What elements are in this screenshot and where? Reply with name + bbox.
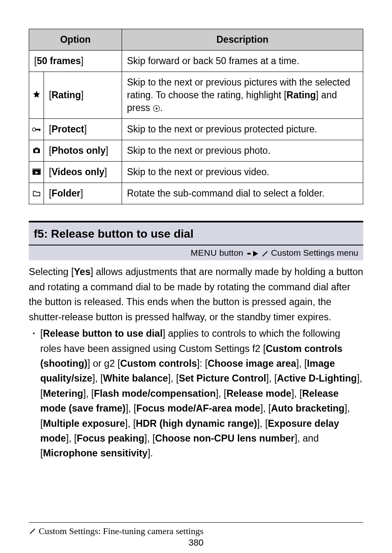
opt-photos: [Photos only] [44,140,122,162]
section-header: f5: Release button to use dial [29,221,363,245]
video-icon [29,162,44,183]
opt-rating: [Rating] [44,72,122,119]
svg-rect-9 [36,169,37,170]
page-number: 380 [0,537,392,548]
svg-rect-10 [37,169,38,170]
desc-50frames: Skip forward or back 50 frames at a time… [122,51,363,72]
table-row: [[50 frames]50 frames] Skip forward or b… [29,51,363,72]
svg-rect-3 [39,129,40,132]
table-row: [Protect] Skip to the next or previous p… [29,119,363,140]
pencil-icon [29,528,36,535]
arrow-right-icon [253,251,258,257]
th-option: Option [29,29,122,51]
folder-icon [29,183,44,204]
svg-rect-11 [39,169,40,170]
menu-label: MENU [191,248,217,257]
table-row: [Rating] Skip to the next or previous pi… [29,72,363,119]
section-heading: f5: Release button to use dial [34,227,358,241]
star-icon [29,72,44,119]
table-row: [Videos only] Skip to the next or previo… [29,162,363,183]
svg-point-1 [32,128,35,131]
pencil-icon [261,250,269,257]
svg-point-4 [35,150,38,153]
opt-videos: [Videos only] [44,162,122,183]
opt-50frames: [[50 frames]50 frames] [29,51,122,72]
footer-text: Custom Settings: Fine-tuning camera sett… [39,526,203,536]
svg-rect-8 [35,169,35,170]
desc-protect: Skip to the next or previous protected p… [122,119,363,140]
opt-protect: [Protect] [44,119,122,140]
table-row: [Folder] Rotate the sub-command dial to … [29,183,363,204]
table-row: [Photos only] Skip to the next or previo… [29,140,363,162]
options-table: Option Description [[50 frames]50 frames… [29,29,363,204]
body-paragraph: Selecting [Yes] allows adjustments that … [29,264,363,324]
section-subheader: MENU button Custom Settings menu [29,245,363,260]
desc-videos: Skip to the next or previous video. [122,162,363,183]
desc-folder: Rotate the sub-command dial to select a … [122,183,363,204]
list-item: [Release button to use dial] applies to … [29,326,363,461]
opt-folder: [Folder] [44,183,122,204]
multi-selector-right-icon [153,105,160,112]
page-footer: Custom Settings: Fine-tuning camera sett… [29,522,363,537]
svg-rect-7 [33,169,34,170]
key-icon [29,119,44,140]
desc-rating: Skip to the next or previous pictures wi… [122,72,363,119]
camera-icon [29,140,44,162]
desc-photos: Skip to the next or previous photo. [122,140,363,162]
th-description: Description [122,29,363,51]
